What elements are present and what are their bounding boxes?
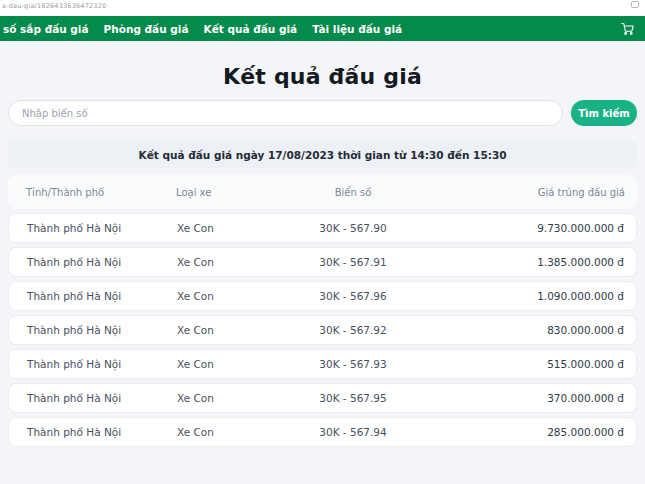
url-fragment: a-dau-gia/1626433636472320	[2, 1, 106, 10]
search-button[interactable]: Tìm kiếm	[571, 100, 637, 126]
table-header: Tỉnh/Thành phố Loại xe Biển số Giá trúng…	[8, 175, 637, 209]
cell-province: Thành phố Hà Nội	[27, 222, 177, 234]
column-header-price: Giá trúng đấu giá	[425, 187, 625, 198]
cell-vehicle-type: Xe Con	[177, 256, 282, 268]
cell-price: 285.000.000 đ	[424, 426, 624, 438]
cell-province: Thành phố Hà Nội	[27, 426, 177, 438]
cell-vehicle-type: Xe Con	[177, 426, 282, 438]
cell-vehicle-type: Xe Con	[177, 290, 282, 302]
cell-price: 1.385.000.000 đ	[424, 256, 624, 268]
results-table: Tỉnh/Thành phố Loại xe Biển số Giá trúng…	[8, 175, 637, 447]
search-bar: Tìm kiếm	[8, 100, 637, 126]
cell-plate: 30K - 567.92	[282, 324, 424, 336]
cell-vehicle-type: Xe Con	[177, 324, 282, 336]
cell-price: 370.000.000 đ	[424, 392, 624, 404]
table-row[interactable]: Thành phố Hà Nội Xe Con 30K - 567.91 1.3…	[8, 247, 637, 277]
cell-province: Thành phố Hà Nội	[27, 290, 177, 302]
column-header-vehicle-type: Loại xe	[176, 187, 281, 198]
nav-item-auction-documents[interactable]: Tài liệu đấu giá	[312, 23, 402, 35]
table-row[interactable]: Thành phố Hà Nội Xe Con 30K - 567.90 9.7…	[8, 213, 637, 243]
cell-price: 830.000.000 đ	[424, 324, 624, 336]
cell-vehicle-type: Xe Con	[177, 358, 282, 370]
main-navbar: số sắp đấu giá Phòng đấu giá Kết quả đấu…	[0, 16, 645, 41]
cell-price: 9.730.000.000 đ	[424, 222, 624, 234]
cell-vehicle-type: Xe Con	[177, 222, 282, 234]
cell-vehicle-type: Xe Con	[177, 392, 282, 404]
browser-extension-icon	[631, 1, 639, 8]
nav-item-auction-room[interactable]: Phòng đấu giá	[104, 23, 189, 35]
table-row[interactable]: Thành phố Hà Nội Xe Con 30K - 567.94 285…	[8, 417, 637, 447]
table-row[interactable]: Thành phố Hà Nội Xe Con 30K - 567.92 830…	[8, 315, 637, 345]
shopping-cart-icon[interactable]	[620, 21, 635, 36]
column-header-plate: Biển số	[281, 187, 425, 198]
cell-province: Thành phố Hà Nội	[27, 324, 177, 336]
table-body: Thành phố Hà Nội Xe Con 30K - 567.90 9.7…	[8, 213, 637, 447]
page-content: Kết quả đấu giá Tìm kiếm Kết quả đấu giá…	[0, 63, 645, 447]
cell-plate: 30K - 567.93	[282, 358, 424, 370]
cell-province: Thành phố Hà Nội	[27, 256, 177, 268]
search-input[interactable]	[8, 100, 563, 126]
table-row[interactable]: Thành phố Hà Nội Xe Con 30K - 567.93 515…	[8, 349, 637, 379]
column-header-province: Tỉnh/Thành phố	[26, 187, 176, 198]
table-row[interactable]: Thành phố Hà Nội Xe Con 30K - 567.96 1.0…	[8, 281, 637, 311]
cell-price: 515.000.000 đ	[424, 358, 624, 370]
cell-province: Thành phố Hà Nội	[27, 392, 177, 404]
cell-price: 1.090.000.000 đ	[424, 290, 624, 302]
nav-item-plates-upcoming[interactable]: số sắp đấu giá	[3, 23, 89, 35]
cell-plate: 30K - 567.91	[282, 256, 424, 268]
table-row[interactable]: Thành phố Hà Nội Xe Con 30K - 567.95 370…	[8, 383, 637, 413]
cell-plate: 30K - 567.95	[282, 392, 424, 404]
cell-plate: 30K - 567.96	[282, 290, 424, 302]
nav-menu: số sắp đấu giá Phòng đấu giá Kết quả đấu…	[3, 23, 620, 35]
browser-chrome-strip: a-dau-gia/1626433636472320	[0, 0, 645, 16]
page-title: Kết quả đấu giá	[8, 63, 637, 91]
cell-plate: 30K - 567.90	[282, 222, 424, 234]
nav-item-auction-results[interactable]: Kết quả đấu giá	[204, 23, 298, 35]
session-banner: Kết quả đấu giá ngày 17/08/2023 thời gia…	[8, 141, 637, 168]
cell-plate: 30K - 567.94	[282, 426, 424, 438]
cell-province: Thành phố Hà Nội	[27, 358, 177, 370]
